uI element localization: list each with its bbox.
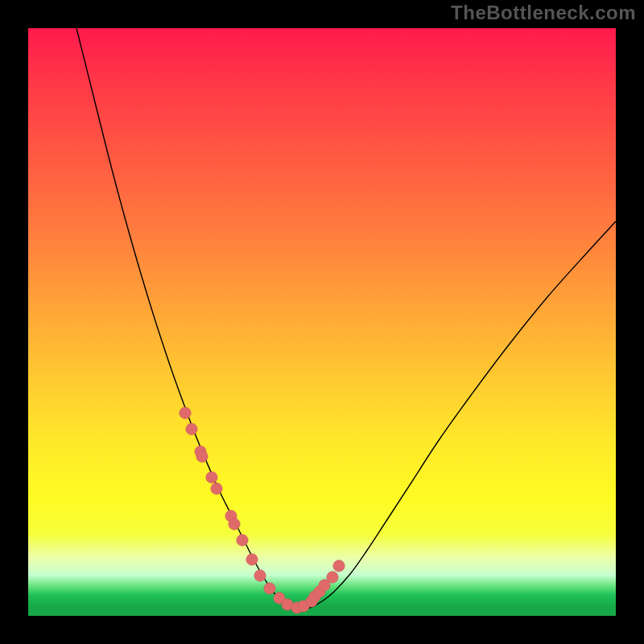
data-marker	[327, 572, 338, 583]
plot-area	[28, 28, 616, 616]
curve-layer	[28, 28, 616, 616]
bottleneck-curve	[76, 28, 616, 609]
watermark-text: TheBottleneck.com	[451, 2, 636, 24]
data-marker	[264, 583, 275, 594]
data-marker	[333, 560, 345, 572]
marker-group	[180, 407, 345, 613]
data-marker	[229, 518, 240, 530]
data-marker	[206, 472, 217, 483]
chart-frame: TheBottleneck.com	[0, 0, 644, 644]
data-marker	[180, 407, 191, 419]
data-marker	[211, 483, 222, 494]
data-marker	[254, 570, 266, 581]
data-marker	[186, 423, 197, 435]
data-marker	[246, 554, 258, 565]
data-marker	[237, 535, 248, 546]
data-marker	[196, 451, 208, 462]
